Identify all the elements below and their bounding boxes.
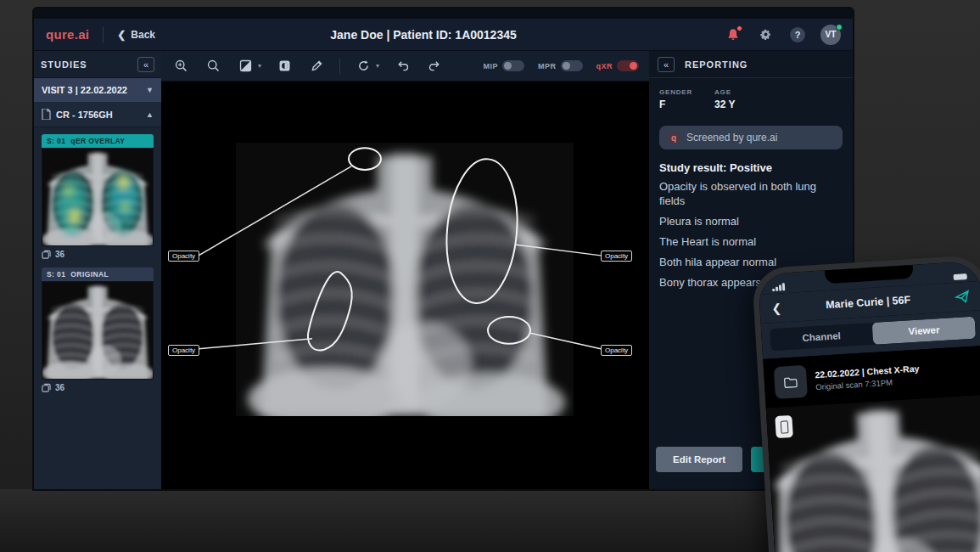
phone-xray-image bbox=[766, 395, 980, 552]
mip-toggle[interactable]: MIP bbox=[483, 60, 524, 71]
series-number: S: 01 bbox=[47, 137, 65, 145]
zoom-in-icon[interactable] bbox=[171, 57, 190, 76]
redo-icon[interactable] bbox=[425, 57, 444, 76]
screened-by-text: Screened by qure.ai bbox=[686, 132, 777, 144]
mpr-label: MPR bbox=[538, 62, 557, 70]
gender-label: GENDER bbox=[659, 88, 692, 96]
online-status-dot bbox=[836, 24, 843, 31]
back-label: Back bbox=[131, 29, 155, 41]
qxr-toggle[interactable]: qXR bbox=[596, 60, 640, 71]
thumbnail-overlay-footer: 36 bbox=[42, 250, 154, 259]
opacity-annotation-label[interactable]: Opacity bbox=[601, 345, 632, 356]
tab-viewer[interactable]: Viewer bbox=[872, 317, 976, 345]
chevron-down-icon: ▼ bbox=[146, 86, 154, 94]
mip-switch[interactable] bbox=[502, 60, 524, 71]
window-level-icon[interactable] bbox=[236, 57, 255, 76]
age-value: 32 Y bbox=[714, 99, 735, 110]
thumbnail-list: S: 01 qER OVERLAY bbox=[34, 127, 161, 489]
user-avatar[interactable]: VT bbox=[820, 25, 841, 45]
scene: qure.ai ❮ Back Jane Doe | Patient ID: 1A… bbox=[0, 0, 980, 552]
toolbar-toggles: MIP MPR qXR bbox=[483, 60, 639, 71]
undo-icon[interactable] bbox=[393, 57, 412, 76]
series-label: CR - 1756GH bbox=[56, 110, 141, 120]
thumbnail-original-header[interactable]: S: 01 ORIGINAL bbox=[42, 268, 154, 281]
frame-count: 36 bbox=[55, 250, 64, 259]
phone-device: ❮ Marie Curie | 56F Channel Viewer 22.02… bbox=[752, 255, 980, 552]
frames-count-icon bbox=[42, 250, 51, 259]
edit-report-button[interactable]: Edit Report bbox=[656, 447, 742, 472]
series-type-label: qER OVERLAY bbox=[70, 137, 125, 145]
thumbnail-overlay: S: 01 qER OVERLAY bbox=[42, 134, 154, 259]
finding-item: The Heart is normal bbox=[659, 234, 843, 249]
series-row[interactable]: CR - 1756GH ▲ bbox=[34, 102, 161, 127]
age-label: AGE bbox=[714, 88, 735, 96]
segmented-control: Channel Viewer bbox=[770, 317, 976, 352]
patient-title: Jane Doe | Patient ID: 1A0012345 bbox=[155, 28, 725, 42]
screen-bezel-strip bbox=[34, 8, 853, 19]
thumbnail-overlay-image[interactable] bbox=[42, 148, 154, 246]
frames-count-icon bbox=[42, 383, 51, 392]
notification-badge bbox=[736, 25, 742, 31]
chevron-down-icon[interactable]: ▾ bbox=[376, 62, 379, 70]
reporting-title: REPORTING bbox=[685, 59, 748, 70]
navbar-divider bbox=[103, 26, 104, 43]
opacity-annotation-label[interactable]: Opacity bbox=[168, 345, 199, 356]
document-icon bbox=[42, 109, 51, 120]
patient-demographics: GENDER F AGE 32 Y bbox=[649, 78, 853, 115]
frame-count: 36 bbox=[55, 383, 64, 392]
mpr-toggle[interactable]: MPR bbox=[538, 60, 583, 71]
annotation-overlay bbox=[161, 82, 649, 489]
top-navbar: qure.ai ❮ Back Jane Doe | Patient ID: 1A… bbox=[34, 19, 853, 51]
magnify-icon[interactable] bbox=[204, 57, 222, 76]
thumbnail-original-footer: 36 bbox=[42, 383, 154, 392]
thumbnail-overlay-header[interactable]: S: 01 qER OVERLAY bbox=[42, 134, 154, 148]
sidebar-collapse-button[interactable]: « bbox=[137, 57, 154, 72]
finding-item: Opacity is observed in both lung fields bbox=[659, 179, 843, 208]
studies-header: STUDIES « bbox=[34, 51, 161, 78]
send-icon[interactable] bbox=[955, 289, 971, 305]
phone-back-button[interactable]: ❮ bbox=[771, 301, 782, 315]
settings-gear-icon[interactable] bbox=[756, 25, 775, 44]
invert-icon[interactable] bbox=[275, 57, 294, 76]
signal-strength-icon bbox=[772, 283, 785, 291]
thumbnail-original: S: 01 ORIGINAL bbox=[42, 268, 154, 392]
battery-icon bbox=[953, 273, 966, 280]
panel-collapse-button[interactable]: « bbox=[658, 57, 675, 72]
xray-canvas[interactable]: Opacity Opacity Opacity Opacity bbox=[161, 82, 649, 489]
qxr-switch[interactable] bbox=[617, 60, 639, 71]
phone-notch bbox=[825, 265, 914, 284]
qure-logo: qure.ai bbox=[46, 27, 89, 42]
navbar-icons: ? VT bbox=[725, 25, 841, 45]
tab-channel[interactable]: Channel bbox=[770, 323, 873, 351]
viewer-column: ▾ ▾ bbox=[161, 51, 649, 489]
rotate-icon[interactable] bbox=[354, 57, 372, 76]
studies-title: STUDIES bbox=[41, 59, 87, 70]
thumbnail-original-image[interactable] bbox=[42, 281, 154, 380]
visit-selector[interactable]: VISIT 3 | 22.02.2022 ▼ bbox=[34, 78, 161, 102]
annotate-pencil-icon[interactable] bbox=[307, 57, 326, 76]
screened-by-badge: q Screened by qure.ai bbox=[659, 126, 843, 149]
qure-q-icon: q bbox=[668, 132, 680, 144]
avatar-initials: VT bbox=[826, 30, 837, 39]
toolbar-divider bbox=[339, 59, 340, 74]
series-number: S: 01 bbox=[47, 270, 65, 279]
mobile-scan-icon[interactable] bbox=[775, 415, 793, 438]
chevron-down-icon[interactable]: ▾ bbox=[258, 62, 261, 70]
phone-patient-title: Marie Curie | 56F bbox=[781, 291, 955, 313]
back-button[interactable]: ❮ Back bbox=[117, 29, 155, 41]
notification-bell-icon[interactable] bbox=[725, 27, 741, 42]
phone-screen: ❮ Marie Curie | 56F Channel Viewer 22.02… bbox=[758, 261, 980, 552]
reporting-header: « REPORTING bbox=[649, 51, 853, 78]
opacity-annotation-label[interactable]: Opacity bbox=[168, 251, 199, 262]
gender-value: F bbox=[659, 99, 692, 110]
phone-xray-viewer[interactable] bbox=[766, 395, 980, 552]
help-icon[interactable]: ? bbox=[790, 27, 805, 42]
viewer-toolbar: ▾ ▾ bbox=[161, 51, 649, 82]
opacity-annotation-label[interactable]: Opacity bbox=[601, 251, 632, 262]
finding-item: Pleura is normal bbox=[659, 214, 843, 228]
chevron-up-icon: ▲ bbox=[146, 110, 154, 119]
mpr-switch[interactable] bbox=[561, 60, 583, 71]
laptop-screen: qure.ai ❮ Back Jane Doe | Patient ID: 1A… bbox=[34, 8, 853, 489]
studies-sidebar: STUDIES « VISIT 3 | 22.02.2022 ▼ CR - 17… bbox=[34, 51, 161, 489]
qxr-label: qXR bbox=[596, 62, 613, 70]
